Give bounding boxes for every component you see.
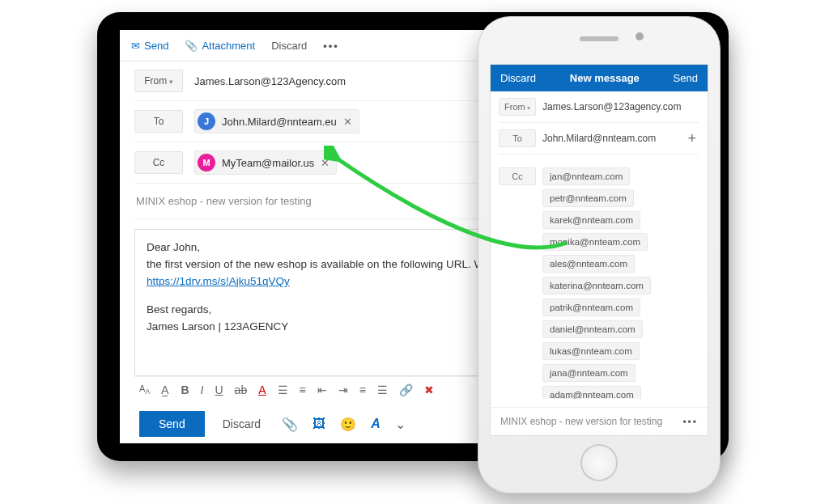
phone-to-value[interactable]: John.Milard@nnteam.com	[542, 133, 684, 144]
from-label[interactable]: From	[134, 70, 183, 92]
cc-chip[interactable]: M MyTeam@mailor.us ✕	[194, 150, 337, 175]
outdent-icon[interactable]: ⇤	[317, 383, 327, 396]
discard-button[interactable]: Discard	[213, 411, 270, 437]
numbering-icon[interactable]: ≡	[300, 383, 306, 396]
bullets-icon[interactable]: ☰	[278, 383, 288, 396]
cc-chip-remove-icon[interactable]: ✕	[321, 157, 329, 169]
phone-subject: MINIX eshop - new version for testing	[500, 416, 662, 427]
font-family-icon[interactable]: A̲	[161, 383, 169, 396]
to-label[interactable]: To	[134, 110, 183, 133]
cc-item[interactable]: petr@nnteam.com	[542, 189, 634, 207]
phone-from-label[interactable]: From	[499, 98, 536, 116]
phone-screen: Discard New message Send From James.Lars…	[490, 64, 708, 436]
cc-label[interactable]: Cc	[134, 151, 183, 174]
phone-header: Discard New message Send	[491, 65, 708, 91]
strike-icon[interactable]: ab	[235, 383, 248, 396]
phone-title: New message	[570, 72, 640, 84]
font-size-icon[interactable]: AA	[139, 383, 150, 396]
phone-fields: From James.Larson@123agency.com To John.…	[491, 91, 708, 155]
from-value[interactable]: James.Larson@123Agency.com	[194, 75, 346, 87]
cc-item[interactable]: lukas@nnteam.com	[542, 342, 640, 360]
bold-icon[interactable]: B	[181, 383, 189, 396]
topbar-discard-label: Discard	[271, 40, 307, 52]
phone-home-button[interactable]	[580, 444, 618, 481]
cc-item[interactable]: jana@nnteam.com	[542, 364, 636, 382]
align-left-icon[interactable]: ≡	[359, 383, 366, 396]
align-justify-icon[interactable]: ☰	[377, 383, 388, 396]
emoji-icon[interactable]: 🙂	[337, 417, 359, 432]
font-color-icon[interactable]: A	[258, 383, 266, 396]
phone-to-row: To John.Milard@nnteam.com +	[499, 123, 699, 155]
cc-item[interactable]: katerina@nnteam.com	[542, 277, 651, 294]
topbar-discard[interactable]: Discard	[271, 40, 307, 52]
phone-send[interactable]: Send	[674, 72, 698, 84]
phone-discard[interactable]: Discard	[500, 72, 536, 84]
cc-item[interactable]: monika@nnteam.com	[542, 233, 648, 251]
cc-item[interactable]: karek@nnteam.com	[542, 211, 640, 229]
cc-item[interactable]: jan@nnteam.com	[542, 167, 630, 185]
to-chip[interactable]: J John.Milard@nnteam.eu ✕	[194, 109, 359, 133]
cc-item[interactable]: adam@nnteam.com	[542, 386, 641, 399]
phone-to-label[interactable]: To	[499, 129, 536, 147]
body-link[interactable]: https://1drv.ms/s!Ajku51qVQy	[147, 275, 290, 287]
to-chip-remove-icon[interactable]: ✕	[343, 116, 352, 128]
send-icon: ✉	[131, 40, 140, 52]
cc-item[interactable]: ales@nnteam.com	[542, 255, 635, 273]
cc-item[interactable]: daniel@nnteam.com	[542, 320, 643, 338]
cc-chip-avatar: M	[198, 154, 215, 172]
topbar-send-label: Send	[144, 40, 168, 52]
cc-chip-email: MyTeam@mailor.us	[222, 157, 314, 169]
attachment-icon: 📎	[185, 40, 198, 52]
phone-more-icon[interactable]: •••	[682, 416, 698, 427]
phone-device: Discard New message Send From James.Lars…	[478, 16, 721, 493]
send-button[interactable]: Send	[139, 411, 205, 437]
phone-subject-row[interactable]: MINIX eshop - new version for testing ••…	[491, 407, 708, 435]
insert-image-icon[interactable]: 🖼	[309, 417, 329, 431]
phone-from-value[interactable]: James.Larson@123agency.com	[542, 101, 699, 112]
cc-item[interactable]: patrik@nnteam.com	[542, 299, 640, 316]
topbar-attachment-label: Attachment	[202, 40, 255, 52]
phone-cc-row: Cc jan@nnteam.com petr@nnteam.com karek@…	[491, 155, 708, 407]
more-options-icon[interactable]: ⌄	[392, 417, 409, 432]
attach-icon[interactable]: 📎	[278, 417, 301, 432]
topbar-send[interactable]: ✉ Send	[131, 40, 168, 52]
phone-cc-list: jan@nnteam.com petr@nnteam.com karek@nnt…	[542, 167, 699, 399]
to-chip-avatar: J	[198, 112, 215, 130]
topbar-more[interactable]: •••	[323, 40, 339, 52]
font-style-icon[interactable]: A	[368, 417, 384, 431]
phone-add-recipient-icon[interactable]: +	[684, 130, 699, 147]
topbar-attachment[interactable]: 📎 Attachment	[185, 40, 255, 52]
indent-icon[interactable]: ⇥	[338, 383, 348, 396]
underline-icon[interactable]: U	[215, 383, 223, 396]
to-chip-email: John.Milard@nnteam.eu	[222, 116, 337, 128]
italic-icon[interactable]: I	[201, 383, 204, 396]
phone-from-row: From James.Larson@123agency.com	[499, 91, 699, 123]
clear-format-icon[interactable]: ✖	[424, 383, 434, 396]
link-icon[interactable]: 🔗	[399, 383, 413, 396]
phone-cc-label[interactable]: Cc	[499, 167, 536, 185]
